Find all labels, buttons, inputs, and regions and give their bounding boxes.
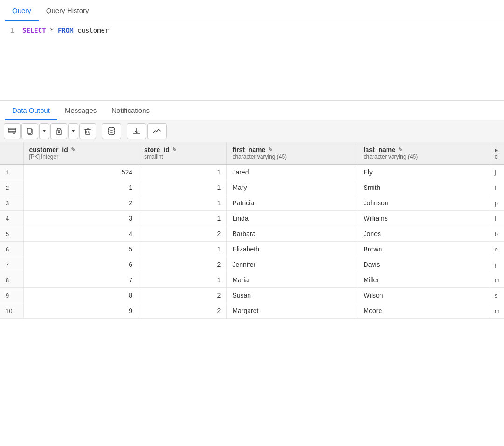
cell-store-id[interactable]: 1	[138, 180, 227, 195]
svg-marker-12	[72, 130, 75, 132]
cell-customer-id[interactable]: 7	[23, 272, 138, 288]
cell-store-id[interactable]: 2	[138, 303, 227, 319]
cell-customer-id[interactable]: 6	[23, 257, 138, 272]
cell-store-id[interactable]: 1	[138, 195, 227, 211]
cell-partial[interactable]: l	[489, 180, 504, 195]
row-number: 8	[0, 272, 23, 288]
row-number: 6	[0, 242, 23, 257]
cell-store-id[interactable]: 2	[138, 288, 227, 303]
download-button[interactable]	[127, 123, 146, 139]
cell-store-id[interactable]: 2	[138, 226, 227, 242]
row-number: 1	[0, 164, 23, 180]
cell-customer-id[interactable]: 2	[23, 195, 138, 211]
cell-customer-id[interactable]: 5	[23, 242, 138, 257]
cell-last-name[interactable]: Brown	[358, 242, 489, 257]
cell-customer-id[interactable]: 8	[23, 288, 138, 303]
code-area[interactable]: SELECT * FROM customer	[19, 21, 504, 100]
col-header-last-name: last_name ✎ character varying (45)	[358, 142, 489, 164]
add-row-button[interactable]	[4, 123, 21, 139]
row-number: 7	[0, 257, 23, 272]
copy-button[interactable]	[21, 123, 38, 139]
cell-last-name[interactable]: Smith	[358, 180, 489, 195]
cell-first-name[interactable]: Margaret	[227, 303, 358, 319]
col-header-store-id: store_id ✎ smallint	[138, 142, 227, 164]
table-row[interactable]: 982SusanWilsons	[0, 288, 504, 303]
cell-partial[interactable]: b	[489, 226, 504, 242]
cell-last-name[interactable]: Ely	[358, 164, 489, 180]
table-row[interactable]: 321PatriciaJohnsonp	[0, 195, 504, 211]
cell-store-id[interactable]: 1	[138, 272, 227, 288]
cell-last-name[interactable]: Jones	[358, 226, 489, 242]
query-editor: 1 SELECT * FROM customer	[0, 21, 504, 101]
table-row[interactable]: 15241JaredElyj	[0, 164, 504, 180]
table-row[interactable]: 431LindaWilliamsl	[0, 211, 504, 226]
cell-last-name[interactable]: Moore	[358, 303, 489, 319]
save-db-button[interactable]	[102, 123, 121, 139]
cell-customer-id[interactable]: 1	[23, 180, 138, 195]
cell-partial[interactable]: s	[489, 288, 504, 303]
tab-data-output[interactable]: Data Output	[5, 101, 57, 120]
cell-store-id[interactable]: 1	[138, 211, 227, 226]
svg-rect-6	[27, 128, 31, 133]
cell-customer-id[interactable]: 9	[23, 303, 138, 319]
toolbar	[0, 120, 504, 142]
table-row[interactable]: 762JenniferDavisj	[0, 257, 504, 272]
cell-store-id[interactable]: 2	[138, 257, 227, 272]
cell-first-name[interactable]: Mary	[227, 180, 358, 195]
cell-first-name[interactable]: Barbara	[227, 226, 358, 242]
paste-button[interactable]	[50, 123, 67, 139]
table-row[interactable]: 1092MargaretMoorem	[0, 303, 504, 319]
cell-first-name[interactable]: Linda	[227, 211, 358, 226]
row-number: 2	[0, 180, 23, 195]
cell-partial[interactable]: l	[489, 211, 504, 226]
cell-partial[interactable]: m	[489, 272, 504, 288]
tab-notifications[interactable]: Notifications	[104, 101, 157, 120]
row-number: 3	[0, 195, 23, 211]
edit-last-name-icon[interactable]: ✎	[398, 146, 403, 153]
cell-last-name[interactable]: Johnson	[358, 195, 489, 211]
table-row[interactable]: 871MariaMillerm	[0, 272, 504, 288]
cell-partial[interactable]: p	[489, 195, 504, 211]
data-table: customer_id ✎ [PK] integer store_id ✎ sm…	[0, 142, 504, 319]
svg-rect-2	[8, 131, 16, 132]
svg-marker-7	[43, 130, 46, 132]
cell-last-name[interactable]: Miller	[358, 272, 489, 288]
tab-messages[interactable]: Messages	[57, 101, 104, 120]
cell-partial[interactable]: m	[489, 303, 504, 319]
cell-partial[interactable]: j	[489, 257, 504, 272]
table-row[interactable]: 211MarySmithl	[0, 180, 504, 195]
cell-last-name[interactable]: Davis	[358, 257, 489, 272]
cell-first-name[interactable]: Patricia	[227, 195, 358, 211]
table-name: customer	[77, 27, 109, 34]
cell-store-id[interactable]: 1	[138, 242, 227, 257]
svg-point-16	[108, 127, 115, 130]
chart-button[interactable]	[147, 123, 167, 139]
cell-first-name[interactable]: Elizabeth	[227, 242, 358, 257]
edit-store-id-icon[interactable]: ✎	[172, 146, 177, 153]
cell-partial[interactable]: e	[489, 242, 504, 257]
table-row[interactable]: 651ElizabethBrowne	[0, 242, 504, 257]
data-table-container: customer_id ✎ [PK] integer store_id ✎ sm…	[0, 142, 504, 319]
cell-first-name[interactable]: Jennifer	[227, 257, 358, 272]
cell-last-name[interactable]: Williams	[358, 211, 489, 226]
delete-button[interactable]	[79, 123, 96, 139]
paste-dropdown-button[interactable]	[68, 123, 78, 139]
row-number: 4	[0, 211, 23, 226]
tab-query-history[interactable]: Query History	[39, 0, 97, 21]
cell-first-name[interactable]: Jared	[227, 164, 358, 180]
copy-dropdown-button[interactable]	[39, 123, 49, 139]
cell-customer-id[interactable]: 3	[23, 211, 138, 226]
table-row[interactable]: 542BarbaraJonesb	[0, 226, 504, 242]
col-header-partial: e c	[489, 142, 504, 164]
edit-first-name-icon[interactable]: ✎	[268, 146, 273, 153]
cell-first-name[interactable]: Susan	[227, 288, 358, 303]
cell-customer-id[interactable]: 4	[23, 226, 138, 242]
cell-store-id[interactable]: 1	[138, 164, 227, 180]
query-tab-bar: Query Query History	[0, 0, 504, 21]
cell-last-name[interactable]: Wilson	[358, 288, 489, 303]
edit-customer-id-icon[interactable]: ✎	[71, 146, 76, 153]
cell-first-name[interactable]: Maria	[227, 272, 358, 288]
tab-query[interactable]: Query	[5, 0, 39, 21]
cell-customer-id[interactable]: 524	[23, 164, 138, 180]
cell-partial[interactable]: j	[489, 164, 504, 180]
